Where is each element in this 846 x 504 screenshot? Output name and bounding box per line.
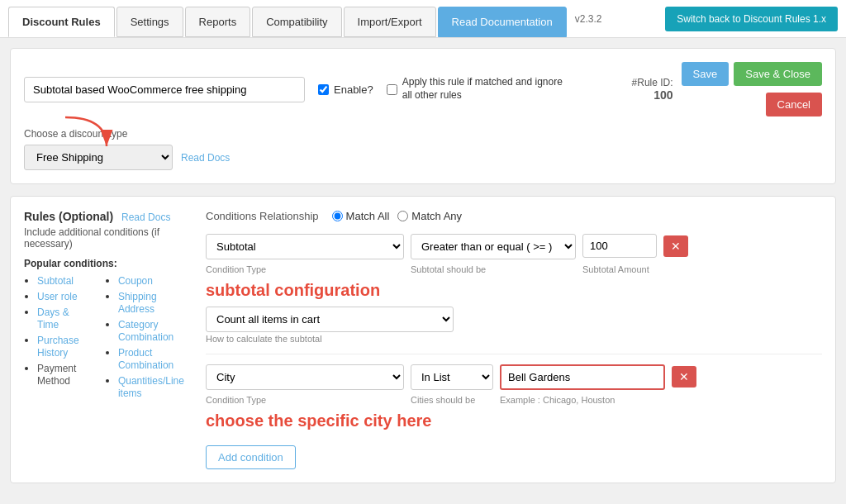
apply-rule-checkbox[interactable]: [387, 84, 397, 95]
action-buttons: Save Save & Close Cancel: [682, 62, 822, 116]
subtotal-calc-row: Count all items in cart Count items cart…: [206, 307, 822, 344]
tab-settings[interactable]: Settings: [116, 7, 183, 37]
condition-2-operator-label: Cities should be: [411, 395, 493, 405]
save-button[interactable]: Save: [682, 62, 730, 86]
switch-version-button[interactable]: Switch back to Discount Rules 1.x: [665, 7, 838, 31]
btn-group-top: Save Save & Close: [682, 62, 822, 86]
version-label: v2.3.2: [568, 13, 609, 25]
condition-2-field-labels: Condition Type Cities should be Example …: [206, 395, 822, 405]
rules-title: Rules (Optional) Read Docs: [24, 210, 189, 223]
tab-read-documentation[interactable]: Read Documentation: [438, 7, 567, 37]
condition-1-row: Subtotal Greater than or equal ( >= ) ✕: [206, 234, 822, 259]
match-all-option[interactable]: Match All: [332, 210, 390, 222]
rules-optional-card: Rules (Optional) Read Docs Include addit…: [10, 196, 836, 483]
condition-1-type-select[interactable]: Subtotal: [206, 234, 404, 259]
sidebar-item-subtotal[interactable]: Subtotal: [37, 275, 74, 287]
sidebar-item-shipping-address[interactable]: Shipping Address: [118, 291, 157, 315]
apply-group: Apply this rule if matched and ignore al…: [387, 76, 568, 102]
discount-type-label: Choose a discount type: [24, 128, 822, 140]
sidebar-item-quantities[interactable]: Quantities/Line items: [118, 375, 184, 399]
sidebar-item-purchase[interactable]: Purchase History: [37, 335, 79, 359]
sidebar-item-coupon[interactable]: Coupon: [118, 275, 153, 287]
radio-group: Match All Match Any: [332, 210, 462, 222]
subtotal-annotation-text: subtotal configuration: [206, 281, 822, 300]
sidebar-col2: Coupon Shipping Address Category Combina…: [105, 274, 189, 402]
sidebar-item-product[interactable]: Product Combination: [118, 347, 173, 371]
condition-1-type-label: Condition Type: [206, 264, 404, 274]
condition-1-amount-label: Subtotal Amount: [582, 264, 649, 274]
red-arrow-icon: [57, 113, 123, 155]
rules-sidebar: Rules (Optional) Read Docs Include addit…: [24, 210, 189, 469]
save-close-button[interactable]: Save & Close: [734, 62, 822, 86]
condition-1-field-labels: Condition Type Subtotal should be Subtot…: [206, 264, 822, 274]
condition-2-operator-select[interactable]: In List: [411, 364, 493, 390]
condition-2-type-select[interactable]: City: [206, 364, 404, 390]
discount-read-docs-link[interactable]: Read Docs: [181, 152, 230, 164]
condition-2-city-hint: Example : Chicago, Houston: [500, 395, 615, 405]
discount-row: Free Shipping Percentage Discount Fixed …: [24, 145, 230, 170]
tab-reports[interactable]: Reports: [185, 7, 251, 37]
enable-group: Enable?: [318, 83, 373, 96]
rules-subtitle: Include additional conditions (if necess…: [24, 226, 189, 250]
match-all-radio[interactable]: [332, 211, 343, 221]
sidebar-item-payment: Payment Method: [37, 363, 76, 387]
rule-id-group: #Rule ID: 100: [632, 77, 673, 102]
conditions-relationship-label: Conditions Relationship: [206, 210, 319, 222]
rule-name-input[interactable]: [24, 77, 305, 102]
apply-rule-label: Apply this rule if matched and ignore al…: [402, 76, 568, 102]
top-navigation: Discount Rules Settings Reports Compatib…: [0, 0, 846, 38]
condition-2-row: City In List ✕: [206, 364, 822, 390]
rules-layout: Rules (Optional) Read Docs Include addit…: [24, 210, 822, 469]
condition-2-remove-button[interactable]: ✕: [672, 366, 696, 388]
condition-1-amount-input[interactable]: [582, 234, 657, 258]
match-any-radio[interactable]: [397, 211, 408, 221]
conditions-header: Conditions Relationship Match All Match …: [206, 210, 822, 222]
sidebar-item-days[interactable]: Days & Time: [37, 307, 69, 330]
sidebar-col1: Subtotal User role Days & Time Purchase …: [24, 274, 92, 402]
subtotal-calc-select[interactable]: Count all items in cart Count items cart: [206, 307, 454, 332]
tab-discount-rules[interactable]: Discount Rules: [8, 7, 115, 37]
city-annotation-text: choose the specific city here: [206, 411, 822, 430]
separator: [206, 354, 822, 354]
rules-read-docs-link[interactable]: Read Docs: [121, 212, 170, 223]
tab-compatibility[interactable]: Compatibility: [252, 7, 341, 37]
condition-2-type-label: Condition Type: [206, 395, 404, 405]
sidebar-item-userrole[interactable]: User role: [37, 291, 78, 302]
condition-1-remove-button[interactable]: ✕: [663, 235, 688, 257]
rule-id-value: 100: [654, 88, 673, 102]
rule-id-label: #Rule ID:: [632, 77, 673, 88]
sidebar-columns: Subtotal User role Days & Time Purchase …: [24, 274, 189, 402]
subtotal-calc-label: How to calculate the subtotal: [206, 334, 822, 344]
condition-1-operator-label: Subtotal should be: [411, 264, 576, 274]
match-any-option[interactable]: Match Any: [397, 210, 462, 222]
tab-import-export[interactable]: Import/Export: [344, 7, 436, 37]
rule-config-card: Enable? Apply this rule if matched and i…: [10, 48, 836, 184]
discount-section: Choose a discount type Free Shipping Per…: [24, 128, 822, 170]
rule-header: Enable? Apply this rule if matched and i…: [24, 62, 822, 116]
condition-2-block: City In List ✕ Condition Type Cities sho…: [206, 364, 822, 430]
enable-label: Enable?: [334, 83, 373, 96]
condition-1-operator-select[interactable]: Greater than or equal ( >= ): [411, 234, 576, 259]
sidebar-item-category[interactable]: Category Combination: [118, 319, 173, 343]
main-content: Enable? Apply this rule if matched and i…: [0, 38, 846, 504]
popular-label: Popular conditions:: [24, 258, 189, 269]
condition-1-block: Subtotal Greater than or equal ( >= ) ✕ …: [206, 234, 822, 344]
enable-checkbox[interactable]: [318, 84, 329, 95]
add-condition-button[interactable]: Add condition: [206, 445, 296, 469]
condition-2-city-input[interactable]: [500, 364, 665, 390]
rules-main: Conditions Relationship Match All Match …: [206, 210, 822, 469]
cancel-button[interactable]: Cancel: [766, 93, 822, 116]
